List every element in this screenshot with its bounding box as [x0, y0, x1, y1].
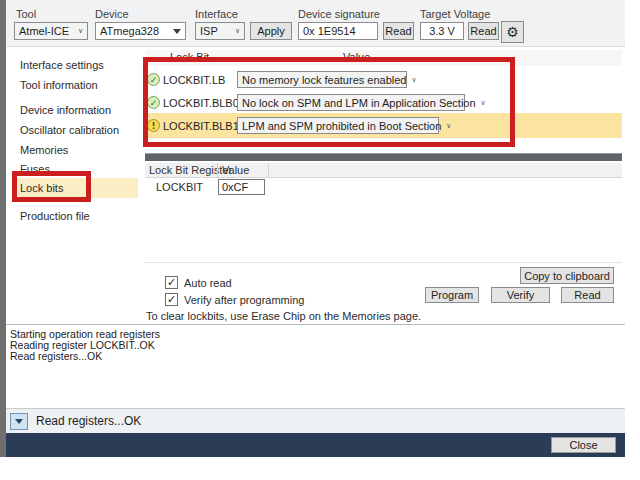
chevron-down-icon: ∨: [446, 122, 451, 130]
lockbit-blb0-value: No lock on SPM and LPM in Application Se…: [242, 97, 476, 109]
device-signature-field[interactable]: 0x 1E9514: [298, 22, 378, 40]
lockbit-lb-value: No memory lock features enabled: [242, 74, 406, 86]
lockbit-blb1-select[interactable]: LPM and SPM prohibited in Boot Section ∨: [237, 117, 439, 134]
device-signature-value: 0x 1E9514: [303, 25, 356, 37]
lockbit-grid-header: Lock Bit Value: [145, 50, 622, 66]
status-message: Read registers...OK: [36, 414, 141, 428]
chevron-down-icon: ∨: [235, 27, 240, 35]
chevron-down-icon: ∨: [481, 99, 486, 107]
lockbit-name: LOCKBIT.BLB0: [163, 97, 239, 109]
triangle-down-icon: [15, 419, 23, 424]
check-icon: ✓: [167, 295, 176, 305]
lockbit-blb1-value: LPM and SPM prohibited in Boot Section: [242, 120, 441, 132]
sidebar-item-oscillator-calibration[interactable]: Oscillator calibration: [20, 122, 119, 138]
sidebar-item-fuses[interactable]: Fuses: [20, 161, 50, 177]
device-select[interactable]: ATmega328: [95, 22, 186, 40]
device-signature-label: Device signature: [298, 8, 380, 20]
status-warning-icon: !: [147, 119, 160, 132]
copy-to-clipboard-button[interactable]: Copy to clipboard: [520, 267, 614, 284]
interface-select-value: ISP: [200, 25, 218, 37]
log-line: Read registers...OK: [10, 350, 102, 362]
device-select-value: ATmega328: [100, 25, 159, 37]
chevron-down-icon: ∨: [411, 76, 416, 84]
apply-button[interactable]: Apply: [250, 22, 292, 40]
sidebar-item-memories[interactable]: Memories: [20, 142, 68, 158]
status-bar: Read registers...OK: [6, 408, 625, 433]
program-button[interactable]: Program: [425, 287, 479, 303]
combo-arrow-icon: [173, 29, 181, 34]
register-value-input[interactable]: [218, 179, 265, 195]
tool-select-value: Atmel-ICE: [19, 25, 69, 37]
sidebar-item-device-information[interactable]: Device information: [20, 102, 111, 118]
value-col-header: Value: [343, 51, 370, 63]
lockbit-name: LOCKBIT.BLB1: [163, 120, 239, 132]
chevron-down-icon: ∨: [78, 27, 83, 35]
lockbit-col-header: Lock Bit: [170, 51, 209, 63]
footer-bar: Close: [6, 433, 625, 457]
lockbit-name: LOCKBIT.LB: [163, 74, 225, 86]
sidebar-item-interface-settings[interactable]: Interface settings: [20, 57, 104, 73]
signature-read-button[interactable]: Read: [383, 22, 414, 40]
sidebar-item-lock-bits[interactable]: Lock bits: [20, 180, 63, 196]
device-programming-dialog: Tool Atmel-ICE ∨ Device ATmega328 Interf…: [0, 0, 640, 480]
target-voltage-value: 3.3 V: [429, 25, 455, 37]
status-expand-button[interactable]: [10, 413, 28, 430]
clear-lockbits-note: To clear lockbits, use Erase Chip on the…: [146, 310, 421, 322]
sidebar-item-tool-information[interactable]: Tool information: [20, 77, 98, 93]
register-name: LOCKBIT: [156, 181, 203, 193]
auto-read-checkbox[interactable]: ✓: [165, 276, 178, 289]
status-ok-icon: ✓: [147, 73, 160, 86]
target-voltage-field[interactable]: 3.3 V: [420, 22, 464, 40]
lockbit-lb-select[interactable]: No memory lock features enabled ∨: [237, 71, 407, 88]
gear-icon: ⚙: [506, 25, 519, 39]
auto-read-label: Auto read: [184, 277, 232, 289]
tool-label: Tool: [16, 8, 36, 20]
register-col-header: Lock Bit Register: [149, 164, 232, 176]
panel-splitter[interactable]: [145, 153, 622, 161]
close-button[interactable]: Close: [551, 437, 616, 453]
interface-label: Interface: [195, 8, 238, 20]
verify-after-programming-checkbox[interactable]: ✓: [165, 293, 178, 306]
verify-after-programming-label: Verify after programming: [184, 294, 304, 306]
sidebar-item-production-file[interactable]: Production file: [20, 208, 90, 224]
check-icon: ✓: [167, 278, 176, 288]
interface-select[interactable]: ISP ∨: [195, 22, 245, 40]
section-divider: [145, 262, 622, 263]
tool-select[interactable]: Atmel-ICE ∨: [14, 22, 88, 40]
read-button[interactable]: Read: [561, 287, 614, 303]
settings-gear-button[interactable]: ⚙: [501, 21, 524, 43]
register-value-col-header: Value: [222, 164, 249, 176]
column-divider: [217, 163, 218, 178]
column-divider: [268, 163, 269, 178]
device-label: Device: [95, 8, 129, 20]
operation-log: Starting operation read registers Readin…: [6, 324, 625, 408]
lockbit-blb0-select[interactable]: No lock on SPM and LPM in Application Se…: [237, 94, 465, 111]
status-ok-icon: ✓: [147, 96, 160, 109]
target-voltage-label: Target Voltage: [420, 8, 490, 20]
voltage-read-button[interactable]: Read: [468, 22, 499, 40]
verify-button[interactable]: Verify: [491, 287, 550, 303]
